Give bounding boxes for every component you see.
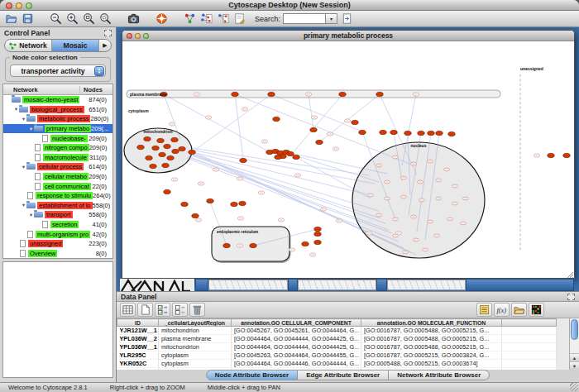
- tab-network[interactable]: Network: [5, 40, 52, 51]
- formula-builder-icon[interactable]: f(x): [494, 303, 510, 317]
- tree-row-nitrogen-compo[interactable]: nitrogen compo209(0): [3, 143, 112, 153]
- table-cell[interactable]: [GO:0016787, GO:0005488, GO:0005215, G..…: [361, 335, 502, 343]
- table-vertical-scrollbar[interactable]: [569, 318, 579, 370]
- open-icon[interactable]: [4, 12, 18, 26]
- new-document-icon[interactable]: [137, 303, 153, 317]
- vizmapper-icon[interactable]: [183, 12, 197, 26]
- background-window-thumb[interactable]: [208, 280, 288, 290]
- background-window-edge[interactable]: [466, 279, 574, 291]
- zoom-in-icon[interactable]: [65, 12, 79, 26]
- minimize-icon[interactable]: [135, 33, 141, 39]
- table-cell[interactable]: [GO:0044464, GO:0044444, GO:0044425, G..…: [232, 343, 361, 351]
- tree-row-mosaic-demo-yeast[interactable]: mosaic-demo-yeast874(0): [3, 95, 112, 105]
- annotation-icon[interactable]: [232, 12, 246, 26]
- birds-eye-view-panel[interactable]: [2, 261, 113, 378]
- search-dropdown-button[interactable]: [326, 13, 337, 24]
- tree-expander-icon[interactable]: ▼: [28, 213, 34, 218]
- tree-row-macromolecule[interactable]: macromolecule311(0): [3, 153, 112, 163]
- background-window-thumb[interactable]: [298, 280, 376, 290]
- zoom-button[interactable]: [26, 2, 32, 9]
- table-header-cell[interactable]: annotation.GO CELLULAR_COMPONENT: [232, 319, 361, 327]
- minimize-button[interactable]: [16, 2, 22, 9]
- tree-row-primary-metabo[interactable]: ▼primary metabo209(...: [3, 124, 112, 134]
- tree-row-establishment-of-lo[interactable]: ▼establishment of lo558(0): [3, 201, 112, 211]
- float-icon[interactable]: [104, 30, 112, 36]
- import-attributes-icon[interactable]: [511, 303, 527, 317]
- tab-network-attribute-browser[interactable]: Network Attribute Browser: [389, 370, 490, 380]
- tab-node-attribute-browser[interactable]: Node Attribute Browser: [206, 370, 299, 380]
- background-window-edge[interactable]: [195, 279, 208, 291]
- tab-mosaic[interactable]: Mosaic: [52, 40, 99, 51]
- table-cell[interactable]: YPL036W__2: [117, 335, 159, 343]
- select-attributes-icon[interactable]: [155, 303, 170, 317]
- table-cell[interactable]: [GO:0045267, GO:0045261, GO:0044464, G..…: [232, 327, 361, 335]
- scrollbar-track[interactable]: [570, 341, 579, 353]
- background-window-edge[interactable]: [288, 279, 298, 291]
- tree-expander-icon[interactable]: ▼: [13, 107, 19, 112]
- scrollbar-thumb[interactable]: [571, 319, 578, 340]
- tree-row-cellular-process[interactable]: ▼cellular process614(0): [3, 162, 112, 172]
- zoom-selected-icon[interactable]: [98, 12, 112, 26]
- table-cell[interactable]: [GO:0044464, GO:0044444, GO:0044425, G..…: [232, 335, 361, 343]
- table-cell[interactable]: mitochondrion: [159, 327, 232, 335]
- table-cell[interactable]: YPL036W__1: [117, 343, 159, 351]
- table-cell[interactable]: [GO:0016787, GO:0005488, GO:0005215, G..…: [361, 327, 502, 335]
- table-cell[interactable]: [GO:0044464, GO:0044446, GO:0044444, G..…: [232, 360, 361, 368]
- window-resize-grip[interactable]: [567, 272, 573, 279]
- save-icon[interactable]: [21, 12, 35, 26]
- background-window-thumb[interactable]: [387, 280, 466, 290]
- float-icon[interactable]: [567, 294, 575, 300]
- delete-attribute-icon[interactable]: [189, 303, 205, 317]
- table-icon[interactable]: [120, 303, 136, 317]
- network-canvas-svg[interactable]: plasma membranecytoplasmmitochondrionnuc…: [122, 41, 574, 279]
- table-cell[interactable]: cytoplasm: [159, 360, 232, 368]
- table-header-cell[interactable]: _cellularLayoutRegion: [159, 319, 232, 327]
- tree-row-metabolic-process[interactable]: ▼metabolic process280(0): [3, 114, 112, 124]
- tree-expander-icon[interactable]: ▼: [21, 117, 26, 122]
- network-window-titlebar[interactable]: primary metabolic process: [122, 31, 574, 41]
- tree-row-multi-organism-pro[interactable]: multi-organism pro42(0): [3, 229, 112, 239]
- background-window-zoomed[interactable]: [120, 279, 194, 291]
- background-window-edge[interactable]: [376, 279, 387, 291]
- tree-expander-icon[interactable]: ▼: [28, 127, 34, 131]
- tree-row-biological-process[interactable]: ▼biological_process651(0): [3, 105, 112, 115]
- tree-row-response-to-stimulu[interactable]: response to stimulu264(0): [3, 191, 112, 201]
- tree-row-cell-communicat[interactable]: cell communicat22(0): [3, 181, 112, 191]
- close-button[interactable]: [6, 2, 12, 9]
- resize-grip[interactable]: [570, 383, 578, 391]
- table-cell[interactable]: [GO:0045263, GO:0044464, GO:0044455, G..…: [232, 351, 361, 360]
- table-cell[interactable]: plasma membrane: [159, 335, 232, 343]
- table-header-cell[interactable]: annotation.GO MOLECULAR_FUNCTION: [361, 319, 502, 327]
- tab-overflow-arrow[interactable]: ▶: [99, 40, 111, 51]
- network-canvas[interactable]: plasma membranecytoplasmmitochondrionnuc…: [122, 41, 574, 278]
- scroll-down-icon[interactable]: [570, 361, 579, 370]
- table-row[interactable]: YPL036W__2plasma membrane[GO:0044464, GO…: [117, 335, 557, 343]
- edit-network-icon[interactable]: [199, 12, 213, 26]
- tree-expander-icon[interactable]: ▼: [21, 203, 26, 208]
- tree-row-unassigned[interactable]: unassigned223(0): [3, 239, 112, 249]
- table-cell[interactable]: cytoplasm: [159, 351, 232, 360]
- help-icon[interactable]: [155, 12, 169, 26]
- tab-edge-attribute-browser[interactable]: Edge Attribute Browser: [298, 370, 389, 380]
- table-row[interactable]: YJR121W__1mitochondrion[GO:0045267, GO:0…: [117, 327, 557, 335]
- zoom-icon[interactable]: [143, 33, 149, 39]
- attribute-list-icon[interactable]: [476, 303, 492, 317]
- table-cell[interactable]: [GO:0016787, GO:0005488, GO:0005215, G..…: [361, 343, 502, 351]
- snapshot-icon[interactable]: [127, 12, 141, 26]
- search-input[interactable]: [283, 13, 326, 24]
- table-row[interactable]: YPL036W__1mitochondrion[GO:0044464, GO:0…: [117, 343, 557, 351]
- zoom-fit-icon[interactable]: [82, 12, 96, 26]
- tree-row-transport[interactable]: ▼transport558(0): [3, 210, 112, 220]
- tree-row-secretion[interactable]: secretion41(0): [3, 220, 112, 230]
- table-cell[interactable]: [GO:0016787, GO:0005215, GO:0003824, G..…: [361, 351, 502, 360]
- table-cell[interactable]: YJR121W__1: [117, 327, 159, 335]
- table-cell[interactable]: YKR052C: [117, 360, 159, 368]
- link-document-icon[interactable]: [340, 12, 354, 26]
- table-cell[interactable]: [GO:0005488, GO:0005215, GO:0003674]: [361, 360, 502, 368]
- table-row[interactable]: YKR052Ccytoplasm[GO:0044464, GO:0044446,…: [117, 360, 557, 368]
- table-cell[interactable]: mitochondrion: [159, 343, 232, 351]
- tree-expander-icon[interactable]: ▼: [21, 165, 26, 170]
- tree-column-nodes[interactable]: Nodes: [79, 86, 112, 93]
- close-icon[interactable]: [127, 33, 132, 39]
- tree-column-network[interactable]: Network: [3, 86, 38, 93]
